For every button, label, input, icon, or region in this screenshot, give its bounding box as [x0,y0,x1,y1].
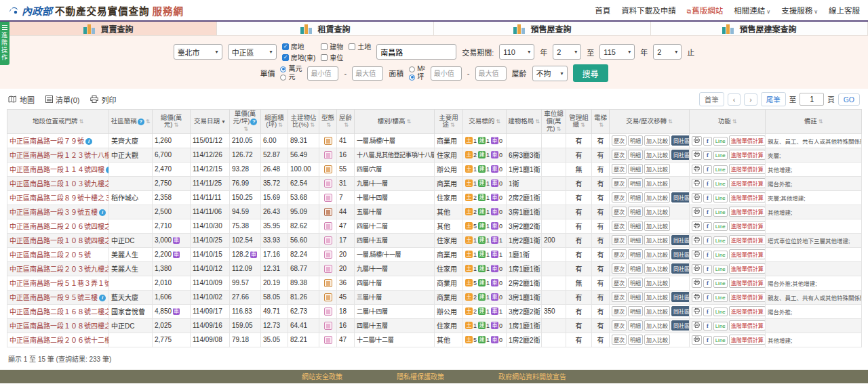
advanced-unit-price-button[interactable]: 進階單價計算 [729,306,766,316]
column-header-14[interactable]: 車位總價(萬元)⇅ [542,110,566,134]
line-share-button[interactable]: Line [713,151,728,160]
tab-4[interactable]: 預售屋建案查詢 [651,22,868,35]
advanced-unit-price-button[interactable]: 進階單價計算 [729,135,766,146]
address-link[interactable]: 中正區南昌路一段３９號五樓 [9,209,98,216]
column-header-10[interactable]: 樓別/樓高⇅ [355,110,435,134]
area-unit-radio-坪[interactable]: 坪 [409,73,425,81]
nav-item-5[interactable]: 線上客服 [829,5,860,16]
sort-icon[interactable]: ⇅ [79,119,83,125]
info-icon[interactable]: i [99,295,106,301]
history-button[interactable]: 歷次 [612,192,627,202]
detail-button[interactable]: 明細 [628,335,643,345]
row-print-button[interactable] [692,264,702,274]
row-print-button[interactable] [692,307,702,316]
area-min-input[interactable] [431,66,462,81]
row-print-button[interactable] [692,179,702,188]
go-button[interactable]: GO [838,93,860,106]
column-header-16[interactable]: 電梯⇅ [592,110,610,134]
address-link[interactable]: 中正區南昌路二段２０６號十二樓之２ [9,337,109,344]
checkbox-土地[interactable]: 土地 [349,41,371,51]
facebook-share-button[interactable]: f [703,307,712,316]
sort-icon[interactable]: ⇅ [818,119,823,125]
unit-price-radio-元[interactable]: 元 [280,73,302,81]
footer-link-3[interactable]: 政府網站資料開放宣告 [498,371,566,381]
column-header-8[interactable]: 型態⇅ [319,110,337,134]
same-community-button[interactable]: 同社區案例 [671,150,690,160]
add-compare-button[interactable]: 加入比較 [644,249,670,259]
column-header-7[interactable]: 主建物佔比(%)⇅ [288,110,319,134]
facebook-share-button[interactable]: f [703,165,712,174]
add-compare-button[interactable]: 加入比較 [644,207,670,217]
add-compare-button[interactable]: 加入比較 [644,178,670,188]
row-print-button[interactable] [692,207,702,217]
tab-2[interactable]: 租賃查詢 [217,22,434,35]
site-logo[interactable]: 內政部 不動產交易實價查詢 服務網 [8,3,184,18]
address-link[interactable]: 中正區南昌路一段１１４號四樓 [9,166,104,173]
address-link[interactable]: 中正區南昌路一段５１巷３弄１號四樓之１ [9,280,109,287]
list-view-button[interactable]: 清單(0) [45,94,79,105]
address-link[interactable]: 中正區南昌路二段８９號十樓之３ [9,194,109,202]
row-print-button[interactable] [692,321,702,330]
address-link[interactable]: 中正區南昌路二段２０５號 [9,251,91,259]
address-link[interactable]: 中正區南昌路二段２０６號四樓之２ [9,223,109,230]
add-compare-button[interactable]: 加入比較 [644,278,670,288]
advanced-panel-toggle[interactable]: 進階操作 [0,22,9,65]
facebook-share-button[interactable]: f [703,336,712,345]
column-header-1[interactable]: 地段位置或門牌⇅ [7,110,109,134]
facebook-share-button[interactable]: f [703,222,712,231]
advanced-unit-price-button[interactable]: 進階單價計算 [729,292,766,302]
address-link[interactable]: 中正區南昌路二段１６８號二樓之１ [9,308,109,316]
unit-price-min-input[interactable] [307,66,338,81]
tab-3[interactable]: 預售屋查詢 [434,22,651,35]
advanced-unit-price-button[interactable]: 進階單價計算 [729,178,766,188]
advanced-unit-price-button[interactable]: 進階單價計算 [729,320,766,330]
add-compare-button[interactable]: 加入比較 [644,135,670,146]
sort-icon[interactable]: ⇅ [344,122,349,128]
sort-icon[interactable]: ⇅ [243,126,248,132]
page-number-input[interactable] [800,93,824,106]
unit-price-radio-萬元[interactable]: 萬元 [280,65,302,73]
info-icon[interactable]: i [85,138,92,145]
line-share-button[interactable]: Line [713,265,728,274]
facebook-share-button[interactable]: f [703,137,712,146]
facebook-share-button[interactable]: f [703,179,712,188]
nav-item-2[interactable]: ⧉舊版網站 [687,5,723,16]
checkbox-建物[interactable]: 建物 [321,41,343,51]
sort-icon[interactable]: ⇅ [326,122,331,128]
nav-item-4[interactable]: 支援服務∨ [781,5,818,16]
sort-icon[interactable]: ▼ [221,119,226,124]
history-button[interactable]: 歷次 [612,249,627,259]
same-community-button[interactable]: 同社區案例 [671,192,690,202]
history-button[interactable]: 歷次 [612,263,627,274]
info-icon[interactable]: i [106,167,109,173]
column-header-3[interactable]: 總價(萬元)⇅ [153,110,191,134]
sort-icon[interactable]: ⇅ [310,122,315,128]
row-print-button[interactable] [692,193,702,202]
add-compare-button[interactable]: 加入比較 [644,164,670,174]
line-share-button[interactable]: Line [713,194,728,202]
line-share-button[interactable]: Line [713,293,728,302]
same-community-button[interactable]: 同社區案例 [671,235,690,245]
column-header-13[interactable]: 建物格局⇅ [507,110,542,134]
add-compare-button[interactable]: 加入比較 [644,221,670,231]
same-community-button[interactable]: 同社區案例 [671,263,690,274]
info-icon[interactable]: i [99,209,106,216]
column-header-15[interactable]: 管理組織⇅ [566,110,592,134]
tab-1[interactable]: 買賣查詢 [0,22,217,35]
year-from-select[interactable]: 110▾ [499,44,534,60]
history-button[interactable]: 歷次 [612,150,627,160]
help-icon[interactable]: ? [138,119,144,125]
detail-button[interactable]: 明細 [628,292,643,302]
facebook-share-button[interactable]: f [703,322,712,330]
detail-button[interactable]: 明細 [628,235,643,245]
same-community-button[interactable]: 同社區案例 [671,249,690,259]
detail-button[interactable]: 明細 [628,263,643,274]
row-print-button[interactable] [692,165,702,174]
search-button[interactable]: 搜尋 [573,64,608,82]
add-compare-button[interactable]: 加入比較 [644,292,670,302]
line-share-button[interactable]: Line [713,322,728,330]
address-link[interactable]: 中正區南昌路二段１０３號九樓之２ [9,180,109,188]
detail-button[interactable]: 明細 [628,320,643,330]
row-print-button[interactable] [692,136,702,146]
advanced-unit-price-button[interactable]: 進階單價計算 [729,221,766,231]
